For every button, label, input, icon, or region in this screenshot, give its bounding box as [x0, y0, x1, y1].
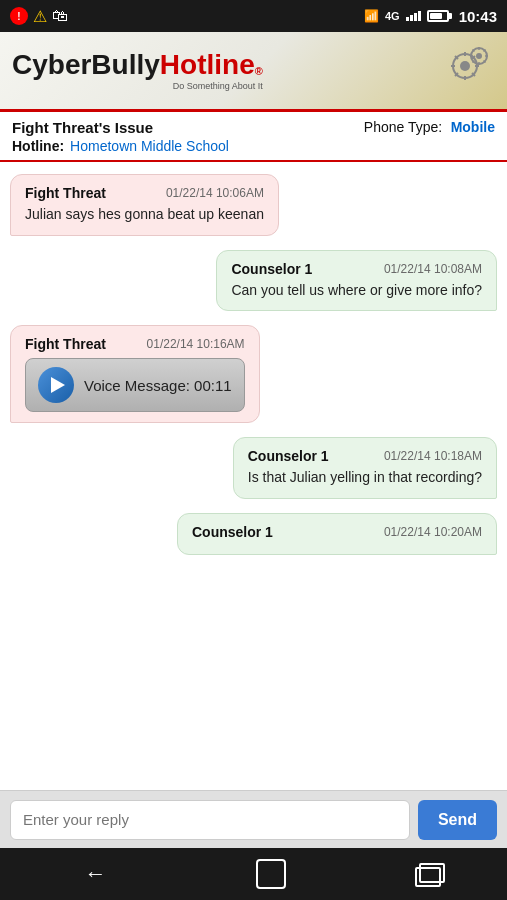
send-button[interactable]: Send: [418, 800, 497, 840]
voice-message[interactable]: Voice Message: 00:11: [25, 358, 245, 412]
phone-value: Mobile: [451, 119, 495, 135]
sender-5: Counselor 1: [192, 524, 273, 540]
logo-text: CyberBullyHotline ®: [12, 51, 263, 79]
issue-label: Fight Threat's Issue: [12, 119, 153, 136]
hotline-label: Hotline:: [12, 138, 64, 154]
info-bar: Fight Threat's Issue Phone Type: Mobile …: [0, 112, 507, 162]
sender-3: Fight Threat: [25, 336, 106, 352]
gear-svg: [443, 42, 495, 90]
svg-point-11: [476, 53, 482, 59]
sender-4: Counselor 1: [248, 448, 329, 464]
message-row-1: Fight Threat 01/22/14 10:06AM Julian say…: [10, 174, 497, 236]
message-row-5: Counselor 1 01/22/14 10:20AM: [10, 513, 497, 555]
app-header: CyberBullyHotline ® Do Something About I…: [0, 32, 507, 112]
nav-bar: ←: [0, 848, 507, 900]
signal-bars: [406, 11, 421, 21]
message-row-2: Counselor 1 01/22/14 10:08AM Can you tel…: [10, 250, 497, 312]
play-button[interactable]: [38, 367, 74, 403]
reply-input[interactable]: [10, 800, 410, 840]
recents-button[interactable]: [415, 863, 443, 885]
text-1: Julian says hes gonna beat up keenan: [25, 205, 264, 225]
bubble-fight-1: Fight Threat 01/22/14 10:06AM Julian say…: [10, 174, 279, 236]
clock: 10:43: [459, 8, 497, 25]
back-button[interactable]: ←: [65, 853, 127, 895]
settings-icon[interactable]: [443, 42, 495, 100]
time-2: 01/22/14 10:08AM: [384, 262, 482, 276]
info-row2: Hotline: Hometown Middle School: [12, 138, 495, 154]
svg-point-1: [460, 61, 470, 71]
sender-2: Counselor 1: [231, 261, 312, 277]
phone-label: Phone Type:: [364, 119, 442, 135]
bubble-header-1: Fight Threat 01/22/14 10:06AM: [25, 185, 264, 201]
sim-icon: 📶: [364, 9, 379, 23]
hotline-value: Hometown Middle School: [70, 138, 229, 154]
bubble-header-4: Counselor 1 01/22/14 10:18AM: [248, 448, 482, 464]
bubble-header-3: Fight Threat 01/22/14 10:16AM: [25, 336, 245, 352]
time-4: 01/22/14 10:18AM: [384, 449, 482, 463]
time-1: 01/22/14 10:06AM: [166, 186, 264, 200]
home-button[interactable]: [256, 859, 286, 889]
text-4: Is that Julian yelling in that recording…: [248, 468, 482, 488]
time-5: 01/22/14 10:20AM: [384, 525, 482, 539]
text-2: Can you tell us where or give more info?: [231, 281, 482, 301]
status-left-icons: ! ⚠ 🛍: [10, 7, 68, 26]
time-3: 01/22/14 10:16AM: [147, 337, 245, 351]
message-row-4: Counselor 1 01/22/14 10:18AM Is that Jul…: [10, 437, 497, 499]
reply-bar: Send: [0, 790, 507, 848]
bubble-counselor-5: Counselor 1 01/22/14 10:20AM: [177, 513, 497, 555]
status-right-icons: 📶 4G 10:43: [364, 8, 497, 25]
bag-icon: 🛍: [52, 7, 68, 25]
warning-icon: ⚠: [33, 7, 47, 26]
status-bar: ! ⚠ 🛍 📶 4G 10:43: [0, 0, 507, 32]
bubble-counselor-2: Counselor 1 01/22/14 10:08AM Can you tel…: [216, 250, 497, 312]
logo-area: CyberBullyHotline ® Do Something About I…: [12, 51, 263, 91]
message-row-3: Fight Threat 01/22/14 10:16AM Voice Mess…: [10, 325, 497, 423]
info-row1: Fight Threat's Issue Phone Type: Mobile: [12, 118, 495, 136]
battery-icon: [427, 10, 449, 22]
bubble-counselor-4: Counselor 1 01/22/14 10:18AM Is that Jul…: [233, 437, 497, 499]
lte-label: 4G: [385, 10, 400, 22]
bubble-fight-3: Fight Threat 01/22/14 10:16AM Voice Mess…: [10, 325, 260, 423]
sender-1: Fight Threat: [25, 185, 106, 201]
logo-tagline: Do Something About It: [12, 81, 263, 91]
voice-label: Voice Message: 00:11: [84, 377, 232, 394]
logo-hotline: Hotline: [160, 49, 255, 80]
bubble-header-2: Counselor 1 01/22/14 10:08AM: [231, 261, 482, 277]
logo-cyber: CyberBully: [12, 49, 160, 80]
bubble-header-5: Counselor 1 01/22/14 10:20AM: [192, 524, 482, 540]
chat-area: Fight Threat 01/22/14 10:06AM Julian say…: [0, 162, 507, 790]
notification-icon: !: [10, 7, 28, 25]
phone-type-row: Phone Type: Mobile: [364, 118, 495, 136]
